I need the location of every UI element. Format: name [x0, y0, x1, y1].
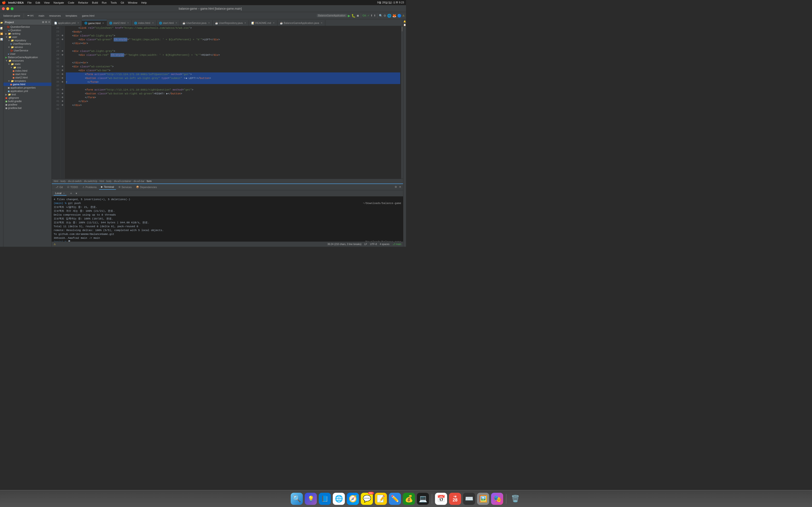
tree-item-balancegameapp[interactable]: ▶ BalanceGameApplication — [3, 56, 51, 59]
minimize-button[interactable] — [6, 7, 9, 10]
tab-close-icon[interactable]: ✕ — [321, 22, 323, 24]
notifications-icon[interactable]: 🔔 — [403, 20, 406, 23]
settings-button[interactable]: ⚙ — [384, 14, 386, 17]
add-terminal-icon[interactable]: ＋ — [69, 191, 73, 195]
apple-icon[interactable]: 🍎 — [2, 1, 6, 4]
window-controls[interactable] — [2, 7, 13, 10]
tab-todo[interactable]: ☑ TODO — [65, 184, 80, 190]
stop-button[interactable]: ⏹ — [356, 14, 359, 17]
project-icon[interactable]: 📁 — [0, 20, 3, 25]
browser-edge-icon[interactable]: 🔵 — [397, 14, 401, 18]
toolbar-resources[interactable]: resources — [47, 14, 63, 18]
right-sidebar-icon-1[interactable]: 📋 — [403, 24, 406, 26]
menu-build[interactable]: Build — [90, 1, 100, 5]
tree-item-app-props[interactable]: ◼ application.properties — [3, 86, 51, 89]
tab-close-icon[interactable]: ✕ — [152, 22, 154, 24]
bc-body[interactable]: body — [60, 180, 66, 182]
bc-html2[interactable]: html — [100, 180, 104, 182]
tree-item-service-folder[interactable]: ▼ 📁 service — [3, 45, 51, 49]
menu-view[interactable]: View — [42, 1, 51, 5]
run-config[interactable]: BalanceGameApplication — [317, 14, 347, 17]
menu-tools[interactable]: Tools — [109, 1, 119, 5]
tree-close-icon[interactable]: ✕ — [48, 21, 50, 23]
notification-icon[interactable]: ⚠ — [402, 14, 405, 17]
bc-body2[interactable]: body — [106, 180, 112, 182]
tab-problems[interactable]: ⚠ Problems — [81, 184, 99, 190]
git-pull[interactable]: ⬇ — [373, 14, 376, 17]
terminal-menu-icon[interactable]: ▾ — [75, 192, 77, 195]
commit-icon[interactable]: 📝 — [0, 26, 3, 31]
terminal-settings-icon[interactable]: ⚙ — [395, 185, 397, 188]
bc-div-sw[interactable]: div.switchUp — [84, 180, 97, 182]
tab-close-icon[interactable]: ✕ — [208, 22, 210, 24]
tree-item-templates[interactable]: ▼ 📁 templates — [3, 79, 51, 82]
tab-application-yml[interactable]: 📄 application.yml ✕ — [52, 20, 82, 26]
tree-item-index-html[interactable]: ◼ index.html — [3, 69, 51, 72]
bc-div-cd[interactable]: div.cd-switch — [68, 180, 82, 182]
menu-git[interactable]: Git — [119, 1, 126, 5]
bc-html[interactable]: html — [54, 180, 58, 182]
tab-services[interactable]: ⚙ Services — [116, 184, 134, 190]
tree-item-resources[interactable]: ▼ 📁 resources — [3, 59, 51, 62]
tree-item-css[interactable]: ▼ 📁 css — [3, 66, 51, 69]
tree-item-game-html[interactable]: ◼ game.html — [3, 82, 51, 86]
tab-close-icon[interactable]: ✕ — [77, 22, 79, 24]
tree-item-app-yml[interactable]: ◼ application.yml — [3, 89, 51, 93]
tree-item-gitignore[interactable]: ◼ .gitignore — [3, 96, 51, 100]
close-local-tab[interactable]: ✕ — [63, 192, 65, 194]
code-content[interactable]: <link rel="stylesheet" href="https://www… — [65, 26, 401, 179]
tree-item-userservice[interactable]: 🫘 UserService — [3, 49, 51, 52]
menu-edit[interactable]: Edit — [34, 1, 42, 5]
toolbar-main[interactable]: main — [37, 14, 46, 18]
terminal-close-icon[interactable]: ✕ — [399, 185, 401, 188]
tab-close-icon[interactable]: ✕ — [273, 22, 275, 24]
pull-request-icon[interactable]: 🔀 — [0, 32, 3, 36]
scrollbar[interactable] — [401, 26, 403, 179]
tab-start2-html[interactable]: 🌐 start2.html ✕ — [107, 20, 132, 26]
toolbar-src[interactable]: ⬅ src — [26, 13, 36, 18]
terminal-local-tab[interactable]: Local ✕ — [54, 191, 66, 195]
bc-div-w3c[interactable]: div.w3-container — [114, 180, 131, 182]
close-button[interactable] — [2, 7, 5, 10]
tree-item-gradlew-bat[interactable]: ◼ gradlew.bat — [3, 106, 51, 110]
tab-userrepository-java[interactable]: ☕ UserRepository.java ✕ — [213, 20, 249, 26]
debug-button[interactable]: 🐛 — [351, 14, 355, 18]
tab-index-html[interactable]: 🌐 index.html ✕ — [132, 20, 156, 26]
tree-item-ranking[interactable]: ▶ 📁 ranking — [3, 32, 51, 35]
terminal-content[interactable]: 4 files changed, 5 insertions(+), 5 dele… — [52, 196, 403, 241]
tree-item-gradlew[interactable]: ◼ gradlew — [3, 103, 51, 106]
tree-item-user-class[interactable]: ● User — [3, 52, 51, 56]
toolbar-templates[interactable]: templates — [64, 14, 79, 18]
menu-help[interactable]: Help — [140, 1, 148, 5]
tab-close-icon[interactable]: ✕ — [127, 22, 129, 24]
tab-close-icon[interactable]: ✕ — [102, 22, 104, 24]
tab-balancegameapp[interactable]: ☕ BalanceGameApplication.java ✕ — [277, 20, 325, 26]
tree-settings-icon[interactable]: ⚙ — [45, 21, 47, 23]
menu-window[interactable]: Window — [126, 1, 139, 5]
menu-refactor[interactable]: Refactor — [77, 1, 90, 5]
tab-game-html[interactable]: 🌐 game.html ✕ — [82, 20, 107, 26]
tree-item-repository-folder[interactable]: ▼ 📁 repository — [3, 39, 51, 42]
tab-terminal[interactable]: ▶ Terminal — [99, 184, 116, 190]
tree-item-start-html[interactable]: ◼ start.html — [3, 72, 51, 76]
tab-dependencies[interactable]: 📦 Dependencies — [134, 184, 159, 190]
git-push[interactable]: ⬆ — [370, 14, 373, 17]
toolbar-project[interactable]: balance-game — [1, 14, 22, 18]
tree-item-question[interactable]: ● Question — [3, 29, 51, 32]
tree-expand-icon[interactable]: ⊞ — [42, 21, 44, 23]
menu-file[interactable]: File — [26, 1, 33, 5]
tree-item-static[interactable]: ▼ 📁 static — [3, 62, 51, 66]
maximize-button[interactable] — [11, 7, 13, 10]
bc-div-w3b[interactable]: div.w3-bar — [134, 180, 145, 182]
browser-chrome-icon[interactable]: 🌐 — [387, 14, 391, 18]
tab-git[interactable]: ⎇ Git — [54, 184, 65, 190]
menu-code[interactable]: Code — [66, 1, 76, 5]
tab-readme[interactable]: 📝 README.md ✕ — [249, 20, 277, 26]
tree-item-test[interactable]: ▶ 📁 test — [3, 93, 51, 96]
tab-start-html[interactable]: 🌐 start.html ✕ — [157, 20, 180, 26]
toolbar-gamefile[interactable]: game.html — [80, 14, 96, 18]
menu-run[interactable]: Run — [100, 1, 108, 5]
structure-icon[interactable]: 📊 — [0, 37, 3, 42]
menu-navigate[interactable]: Navigate — [52, 1, 66, 5]
tab-close-icon[interactable]: ✕ — [244, 22, 246, 24]
